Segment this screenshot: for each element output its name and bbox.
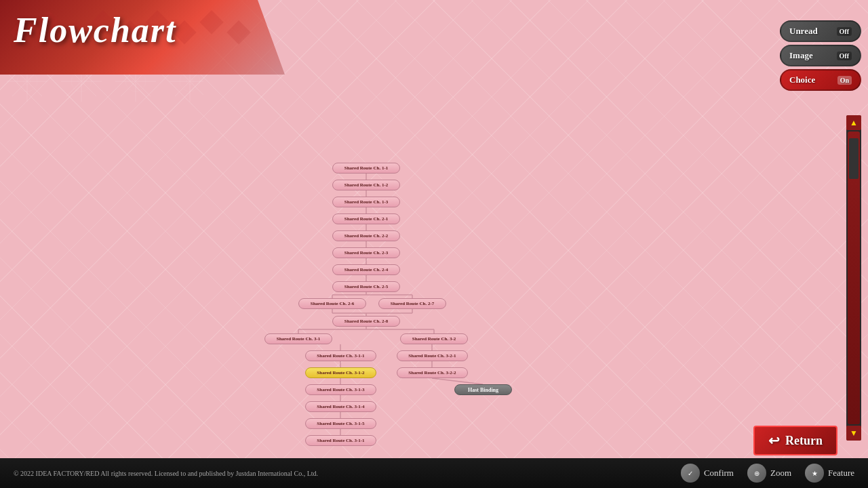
flowchart-node-n2[interactable]: Shared Route Ch. 1-2 [332, 180, 400, 190]
svg-rect-15 [226, 20, 250, 44]
confirm-label: Confirm [704, 468, 734, 479]
flowchart-node-n6[interactable]: Shared Route Ch. 2-3 [332, 247, 400, 258]
flowchart-node-n9[interactable]: Shared Route Ch. 2-6 [298, 298, 366, 309]
flowchart-node-n12[interactable]: Shared Route Ch. 3-1 [264, 333, 332, 344]
unread-status: Off [837, 27, 852, 36]
flowchart-node-n22[interactable]: Shared Route Ch. 3-1-1 [305, 435, 376, 446]
return-label: Return [785, 434, 823, 448]
feature-button[interactable]: ★ Feature [805, 464, 854, 483]
flowchart-node-n18[interactable]: Shared Route Ch. 3-1-3 [305, 384, 376, 395]
feature-label: Feature [828, 468, 854, 479]
copyright-text: © 2022 IDEA FACTORY/RED All rights reser… [14, 470, 318, 477]
bottom-buttons: ✓ Confirm ⊕ Zoom ★ Feature [681, 464, 854, 483]
flowchart-node-n11[interactable]: Shared Route Ch. 2-8 [332, 316, 400, 327]
nodes-container: Shared Route Ch. 1-1Shared Route Ch. 1-2… [0, 75, 834, 458]
choice-filter-button[interactable]: Choice On [780, 69, 861, 91]
flowchart-node-n21[interactable]: Shared Route Ch. 3-1-5 [305, 418, 376, 429]
flowchart-node-n1[interactable]: Shared Route Ch. 1-1 [332, 163, 400, 174]
flowchart-node-n19[interactable]: Hast Binding [454, 384, 512, 395]
flowchart-node-n3[interactable]: Shared Route Ch. 1-3 [332, 197, 400, 207]
flowchart-node-n7[interactable]: Shared Route Ch. 2-4 [332, 264, 400, 275]
feature-icon: ★ [805, 464, 824, 483]
flowchart-area: Shared Route Ch. 1-1Shared Route Ch. 1-2… [0, 75, 834, 458]
flowchart-node-n4[interactable]: Shared Route Ch. 2-1 [332, 214, 400, 224]
flowchart-node-n20[interactable]: Shared Route Ch. 3-1-4 [305, 401, 376, 412]
zoom-label: Zoom [770, 468, 791, 479]
scroll-thumb[interactable] [849, 138, 859, 179]
image-filter-button[interactable]: Image Off [780, 45, 861, 66]
image-label: Image [789, 50, 813, 61]
zoom-icon: ⊕ [747, 464, 766, 483]
return-button[interactable]: ↩ Return [753, 426, 837, 455]
confirm-icon: ✓ [681, 464, 700, 483]
flowchart-node-n15[interactable]: Shared Route Ch. 3-2-1 [397, 350, 468, 361]
return-icon: ↩ [768, 432, 780, 449]
flowchart-node-n17[interactable]: Shared Route Ch. 3-2-2 [397, 367, 468, 378]
bottom-bar: © 2022 IDEA FACTORY/RED All rights reser… [0, 458, 868, 488]
flowchart-node-n13[interactable]: Shared Route Ch. 3-2 [400, 333, 468, 344]
unread-label: Unread [789, 26, 818, 37]
zoom-button[interactable]: ⊕ Zoom [747, 464, 791, 483]
image-status: Off [837, 52, 852, 60]
flowchart-node-n5[interactable]: Shared Route Ch. 2-2 [332, 230, 400, 241]
page-title: Flowchart [14, 10, 177, 50]
unread-filter-button[interactable]: Unread Off [780, 20, 861, 42]
header: Flowchart [0, 0, 285, 75]
flowchart-node-n10[interactable]: Shared Route Ch. 2-7 [378, 298, 446, 309]
choice-label: Choice [789, 75, 815, 85]
filter-panel: Unread Off Image Off Choice On [780, 20, 861, 91]
scroll-up-button[interactable]: ▲ [846, 115, 861, 130]
scroll-thumb-track [848, 131, 860, 424]
scrollbar: ▲ ▼ [846, 115, 861, 441]
choice-status: On [837, 76, 852, 85]
scroll-down-button[interactable]: ▼ [846, 426, 861, 441]
flowchart-node-n16[interactable]: Shared Route Ch. 3-1-2 [305, 367, 376, 378]
svg-rect-14 [199, 10, 223, 34]
flowchart-node-n14[interactable]: Shared Route Ch. 3-1-1 [305, 350, 376, 361]
confirm-button[interactable]: ✓ Confirm [681, 464, 734, 483]
flowchart-node-n8[interactable]: Shared Route Ch. 2-5 [332, 281, 400, 292]
